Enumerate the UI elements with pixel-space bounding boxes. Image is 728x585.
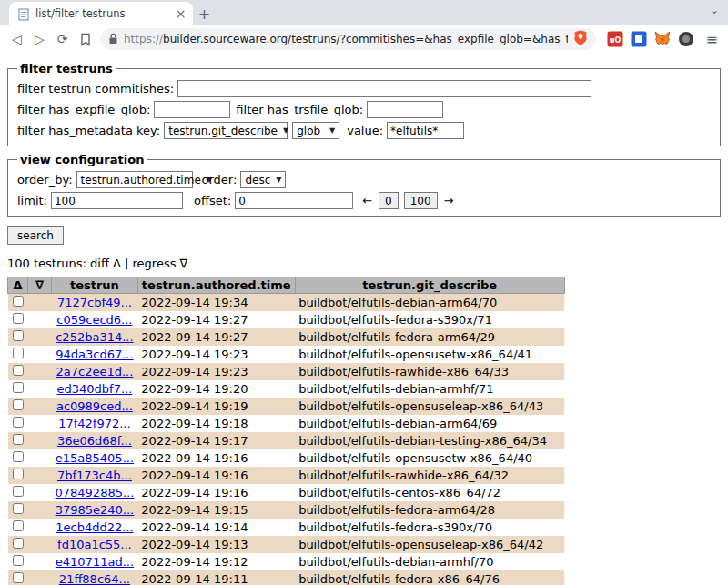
testrun-link[interactable]: c252ba314... [56, 330, 133, 344]
regress-select-cell [28, 398, 52, 415]
git-describe-cell: buildbot/elfutils-debian-arm64/69 [295, 415, 564, 432]
diff-checkbox[interactable] [13, 520, 24, 531]
blue-extension-icon[interactable] [631, 31, 647, 47]
diff-checkbox[interactable] [13, 469, 24, 479]
regress-select-cell [28, 553, 52, 570]
diff-select-cell [8, 311, 28, 328]
testrun-link[interactable]: ed340dbf7... [57, 382, 133, 396]
tab-close-icon[interactable]: × [174, 7, 187, 21]
testrun-link[interactable]: 36e06d68f... [57, 434, 132, 448]
new-tab-button[interactable]: + [193, 3, 216, 25]
testrun-link[interactable]: c059cecd6... [56, 313, 132, 327]
diff-select-cell [8, 380, 28, 398]
chevron-down-icon: ▼ [329, 126, 335, 135]
filter-testruns-fieldset: filter testruns filter testrun commitish… [7, 62, 721, 146]
regress-select-cell [28, 467, 52, 484]
testrun-link[interactable]: fd10a1c55... [57, 538, 132, 551]
prev-page-arrow[interactable]: ← [362, 194, 372, 207]
testrun-cell: 37985e240... [52, 501, 138, 519]
window-chevron-icon[interactable]: ⌄ [710, 4, 719, 16]
diff-checkbox[interactable] [13, 434, 24, 445]
next-page-arrow[interactable]: → [444, 194, 454, 207]
testrun-link[interactable]: 1ecb4dd22... [56, 520, 133, 534]
metadata-value-input[interactable] [387, 122, 464, 139]
commitishes-label: filter testrun commitishes: [17, 82, 174, 96]
diff-checkbox[interactable] [13, 296, 24, 307]
testrun-link[interactable]: 2a7c2ee1d... [56, 365, 134, 378]
authored-time-cell: 2022-09-14 19:11 [137, 570, 295, 585]
regress-column-header: ∇ [28, 277, 52, 294]
diff-checkbox[interactable] [13, 572, 24, 583]
expfile-glob-input[interactable] [154, 101, 230, 118]
table-row: ed340dbf7...2022-09-14 19:20buildbot/elf… [8, 380, 565, 398]
testrun-link[interactable]: 94da3cd67... [56, 348, 133, 361]
diff-checkbox[interactable] [13, 417, 24, 428]
testrun-link[interactable]: 37985e240... [56, 503, 135, 517]
testrun-link[interactable]: ac0989ced... [56, 399, 133, 413]
diff-checkbox[interactable] [13, 399, 24, 410]
search-button[interactable]: search [7, 226, 64, 245]
brave-shield-icon[interactable] [573, 30, 588, 49]
dark-extension-icon[interactable] [678, 31, 694, 47]
authored-time-cell: 2022-09-14 19:16 [137, 467, 295, 484]
forward-button[interactable]: ▷ [28, 28, 51, 51]
ublock-extension-icon[interactable]: uO [607, 31, 623, 47]
testrun-link[interactable]: 21ff88c64... [59, 572, 130, 585]
regress-select-cell [28, 346, 52, 363]
testrun-cell: 078492885... [52, 484, 138, 501]
regress-select-cell [28, 432, 52, 449]
browser-toolbar: ◁ ▷ ⟳ https://builder.sourceware.org/tes… [0, 25, 728, 53]
url-path: builder.sourceware.org/testruns/?commiti… [163, 33, 568, 45]
regress-select-cell [28, 570, 52, 585]
page-hundred-button[interactable]: 100 [404, 192, 438, 209]
testrun-link[interactable]: 17f42f972... [58, 417, 130, 430]
table-row: ac0989ced...2022-09-14 19:19buildbot/elf… [8, 398, 565, 415]
testrun-link[interactable]: e410711ad... [56, 555, 134, 569]
browser-tab-strip: list/filter testruns × + ⌄ [0, 0, 728, 25]
diff-checkbox[interactable] [13, 365, 24, 376]
authored-time-cell: 2022-09-14 19:27 [137, 328, 295, 346]
testrun-cell: 36e06d68f... [52, 432, 138, 449]
table-row: c252ba314...2022-09-14 19:27buildbot/elf… [8, 328, 565, 346]
regress-select-cell [28, 484, 52, 501]
bookmark-icon[interactable] [74, 28, 96, 51]
diff-select-cell [8, 449, 28, 467]
diff-checkbox[interactable] [13, 538, 24, 549]
metadata-op-select[interactable]: glob ▼ [292, 122, 339, 139]
reload-button[interactable]: ⟳ [51, 28, 74, 51]
testrun-link[interactable]: 078492885... [56, 486, 135, 499]
diff-checkbox[interactable] [13, 348, 24, 358]
address-bar[interactable]: https://builder.sourceware.org/testruns/… [100, 28, 596, 50]
diff-checkbox[interactable] [13, 503, 24, 514]
diff-checkbox[interactable] [13, 382, 24, 393]
limit-input[interactable] [51, 192, 183, 209]
table-row: 21ff88c64...2022-09-14 19:11buildbot/elf… [8, 570, 565, 585]
commitishes-input[interactable] [177, 80, 592, 97]
order-by-select[interactable]: testrun.authored.time ▼ [76, 171, 193, 188]
metadata-key-select[interactable]: testrun.git_describe ▼ [164, 122, 288, 139]
diff-checkbox[interactable] [13, 486, 24, 497]
offset-input[interactable] [235, 192, 353, 209]
back-button[interactable]: ◁ [5, 28, 28, 51]
diff-checkbox[interactable] [13, 330, 24, 341]
testrun-link[interactable]: e15a85405... [56, 451, 134, 465]
order-select[interactable]: desc ▼ [240, 171, 286, 188]
browser-menu-icon[interactable]: ≡ [702, 31, 723, 48]
page-zero-button[interactable]: 0 [379, 192, 399, 209]
testrun-cell: 17f42f972... [52, 415, 138, 432]
git-describe-cell: buildbot/elfutils-debian-arm64/70 [295, 294, 564, 312]
testrun-link[interactable]: 7bf173c4b... [57, 469, 132, 482]
browser-tab[interactable]: list/filter testruns × [9, 2, 193, 25]
diff-checkbox[interactable] [13, 451, 24, 462]
table-row: 94da3cd67...2022-09-14 19:23buildbot/elf… [8, 346, 565, 363]
trsfile-glob-input[interactable] [367, 101, 443, 118]
diff-checkbox[interactable] [13, 313, 24, 324]
diff-select-cell [8, 484, 28, 501]
table-row: 078492885...2022-09-14 19:16buildbot/elf… [8, 484, 565, 501]
order-value: desc [245, 174, 270, 187]
diff-checkbox[interactable] [13, 555, 24, 566]
testrun-link[interactable]: 7127cbf49... [57, 296, 132, 309]
order-label: order: [202, 173, 238, 187]
authored-time-cell: 2022-09-14 19:13 [137, 536, 295, 553]
metamask-fox-icon[interactable] [654, 31, 671, 47]
